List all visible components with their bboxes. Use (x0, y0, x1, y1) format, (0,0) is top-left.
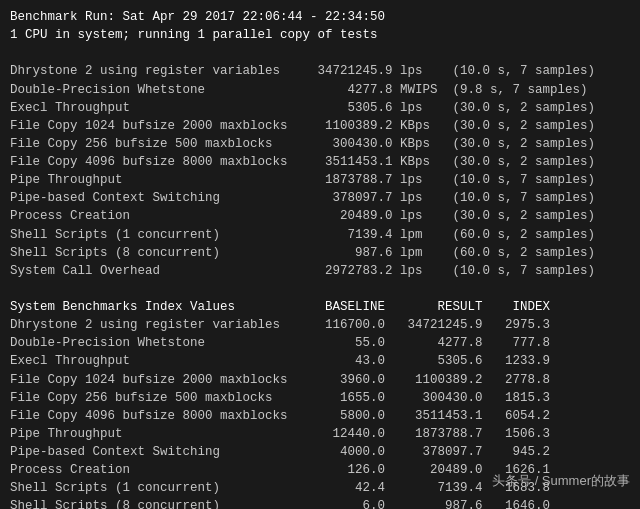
bench-result-row: System Call Overhead 2972783.2 lps (10.0… (10, 262, 630, 280)
bench-result-row: Shell Scripts (8 concurrent) 987.6 lpm (… (10, 244, 630, 262)
bench-result-row: Execl Throughput 5305.6 lps (30.0 s, 2 s… (10, 99, 630, 117)
bench-result-row: File Copy 256 bufsize 500 maxblocks 3004… (10, 135, 630, 153)
index-row: File Copy 1024 bufsize 2000 maxblocks 39… (10, 371, 630, 389)
bench-result-row: Process Creation 20489.0 lps (30.0 s, 2 … (10, 207, 630, 225)
bench-results-table: Dhrystone 2 using register variables 347… (10, 62, 630, 280)
bench-result-row: File Copy 1024 bufsize 2000 maxblocks 11… (10, 117, 630, 135)
index-row: Execl Throughput 43.0 5305.6 1233.9 (10, 352, 630, 370)
terminal-window: Benchmark Run: Sat Apr 29 2017 22:06:44 … (10, 8, 630, 509)
index-row: Pipe Throughput 12440.0 1873788.7 1506.3 (10, 425, 630, 443)
index-table-header: System Benchmarks Index Values BASELINE … (10, 298, 630, 316)
index-row: File Copy 4096 bufsize 8000 maxblocks 58… (10, 407, 630, 425)
index-row: Pipe-based Context Switching 4000.0 3780… (10, 443, 630, 461)
header-line2: 1 CPU in system; running 1 parallel copy… (10, 26, 630, 44)
bench-result-row: Pipe-based Context Switching 378097.7 lp… (10, 189, 630, 207)
bench-result-row: Double-Precision Whetstone 4277.8 MWIPS … (10, 81, 630, 99)
index-row: Shell Scripts (8 concurrent) 6.0 987.6 1… (10, 497, 630, 509)
index-row: Dhrystone 2 using register variables 116… (10, 316, 630, 334)
bench-result-row: Dhrystone 2 using register variables 347… (10, 62, 630, 80)
bench-result-row: Shell Scripts (1 concurrent) 7139.4 lpm … (10, 226, 630, 244)
header-line1: Benchmark Run: Sat Apr 29 2017 22:06:44 … (10, 8, 630, 26)
index-row: Double-Precision Whetstone 55.0 4277.8 7… (10, 334, 630, 352)
bench-result-row: File Copy 4096 bufsize 8000 maxblocks 35… (10, 153, 630, 171)
bench-result-row: Pipe Throughput 1873788.7 lps (10.0 s, 7… (10, 171, 630, 189)
index-row: File Copy 256 bufsize 500 maxblocks 1655… (10, 389, 630, 407)
watermark: 头条号 / Summer的故事 (492, 472, 630, 491)
